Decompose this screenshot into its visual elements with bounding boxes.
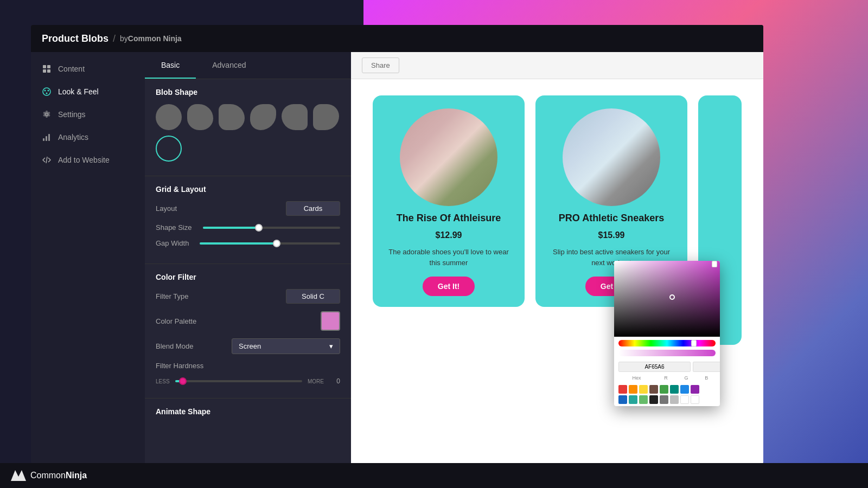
color-palette-swatch[interactable]: [321, 311, 340, 331]
blob-shape-6[interactable]: [313, 104, 339, 130]
app-container: Product Blobs / by Common Ninja Content: [31, 25, 763, 464]
svg-rect-10: [48, 134, 50, 141]
sidebar-item-add-to-website[interactable]: Add to Website: [31, 149, 145, 171]
hardness-more-label: MORE: [308, 378, 324, 384]
title-separator: /: [113, 33, 116, 44]
product-title-2: PRO Athletic Sneakers: [559, 213, 664, 224]
swatch-white[interactable]: [680, 395, 689, 404]
title-bar: Product Blobs / by Common Ninja: [31, 25, 763, 52]
filter-hardness-slider[interactable]: [175, 380, 302, 382]
svg-rect-0: [43, 65, 46, 68]
filter-hardness-label: Filter Hardness: [156, 362, 203, 370]
panel-tabs: Basic Advanced: [145, 52, 351, 79]
sidebar-item-content[interactable]: Content: [31, 57, 145, 80]
tab-basic[interactable]: Basic: [145, 52, 196, 79]
blend-mode-select[interactable]: Screen ▾: [232, 338, 340, 354]
filter-type-input[interactable]: Solid C: [286, 289, 340, 304]
color-filter-section: Color Filter Filter Type Solid C Color P…: [145, 264, 351, 398]
app-title: Product Blobs: [42, 33, 108, 44]
sidebar-item-content-label: Content: [58, 65, 85, 73]
filter-hardness-row: Filter Hardness: [156, 362, 340, 370]
title-brand: Common Ninja: [128, 34, 182, 43]
swatch-dark-blue[interactable]: [618, 395, 627, 404]
hardness-less-label: LESS: [156, 378, 170, 384]
layout-input[interactable]: Cards: [286, 201, 340, 216]
sidebar-item-look-feel-label: Look & Feel: [58, 87, 99, 96]
footer-logo: CommonNinja: [11, 470, 87, 481]
color-gradient-canvas[interactable]: [614, 261, 720, 337]
hardness-value: 0: [329, 377, 340, 385]
sidebar: Content Look & Feel: [31, 52, 145, 464]
svg-rect-1: [47, 65, 50, 68]
product-price-2: $15.99: [598, 230, 625, 240]
hue-thumb: [691, 340, 697, 346]
blob-shape-5[interactable]: [282, 104, 308, 130]
blob-shape-1[interactable]: [156, 104, 182, 130]
color-filter-title: Color Filter: [156, 273, 340, 281]
sidebar-item-settings-label: Settings: [58, 110, 86, 119]
sidebar-item-analytics-label: Analytics: [58, 133, 88, 142]
product-title-1: The Rise Of Athleisure: [397, 213, 501, 224]
sidebar-item-add-to-website-label: Add to Website: [58, 156, 110, 164]
swatch-cyan[interactable]: [629, 395, 637, 404]
swatch-red[interactable]: [618, 385, 627, 394]
svg-rect-8: [43, 138, 44, 141]
b-label: B: [698, 375, 716, 381]
preview-topbar: Share: [351, 52, 763, 79]
shoe-image-pink: [400, 108, 497, 206]
swatch-black[interactable]: [649, 395, 658, 404]
svg-rect-2: [43, 69, 46, 73]
swatch-yellow[interactable]: [639, 385, 648, 394]
blob-shapes-row2: [156, 136, 340, 162]
blob-shape-3[interactable]: [219, 104, 245, 130]
gap-width-slider[interactable]: [200, 242, 340, 245]
hue-slider[interactable]: [618, 340, 716, 346]
svg-line-11: [46, 157, 47, 163]
product-image-1: [400, 108, 497, 206]
animate-shape-section: Animate Shape: [145, 398, 351, 432]
shape-size-row: Shape Size: [156, 223, 340, 232]
settings-panel: Basic Advanced Blob Shape: [145, 52, 351, 464]
swatch-white2[interactable]: [691, 395, 699, 404]
blob-shape-2[interactable]: [187, 104, 213, 130]
blob-shapes-row: [156, 104, 340, 130]
blob-shape-section: Blob Shape: [145, 79, 351, 176]
r-input[interactable]: [693, 362, 720, 372]
color-palette-label: Color Palette: [156, 317, 196, 325]
svg-point-6: [48, 90, 49, 92]
swatch-green[interactable]: [660, 385, 668, 394]
blob-shape-4[interactable]: [250, 104, 276, 130]
chevron-down-icon: ▾: [329, 342, 333, 350]
blob-shape-outline[interactable]: [156, 136, 182, 162]
swatch-blue[interactable]: [680, 385, 689, 394]
grid-layout-section: Grid & Layout Layout Cards Shape Size Ga…: [145, 176, 351, 264]
sidebar-item-analytics[interactable]: Analytics: [31, 126, 145, 149]
swatch-teal[interactable]: [670, 385, 679, 394]
sidebar-item-settings[interactable]: Settings: [31, 103, 145, 126]
product-btn-1[interactable]: Get It!: [423, 277, 475, 296]
svg-point-4: [43, 88, 50, 95]
svg-point-7: [46, 93, 48, 94]
product-image-2: [563, 108, 660, 206]
swatch-dark-grey[interactable]: [660, 395, 668, 404]
swatch-brown[interactable]: [649, 385, 658, 394]
sidebar-item-look-feel[interactable]: Look & Feel: [31, 80, 145, 103]
swatch-light-grey[interactable]: [670, 395, 679, 404]
shape-size-slider[interactable]: [203, 227, 341, 229]
color-palette-row: Color Palette: [156, 311, 340, 331]
color-cursor: [669, 294, 675, 300]
swatch-orange[interactable]: [629, 385, 637, 394]
gap-width-row: Gap Width: [156, 239, 340, 247]
shape-size-label: Shape Size: [156, 223, 192, 232]
alpha-slider[interactable]: [618, 350, 716, 356]
color-swatches: [614, 384, 720, 406]
tab-advanced[interactable]: Advanced: [196, 52, 262, 79]
share-button[interactable]: Share: [362, 57, 399, 73]
g-label: G: [677, 375, 695, 381]
swatch-row-1: [618, 385, 716, 394]
preview-area: Share The Rise Of Athleisure $12.99 The …: [351, 52, 763, 464]
swatch-purple[interactable]: [691, 385, 699, 394]
color-input-labels: Hex R G B: [614, 375, 720, 384]
swatch-light-green[interactable]: [639, 395, 648, 404]
hex-input[interactable]: [618, 362, 691, 372]
